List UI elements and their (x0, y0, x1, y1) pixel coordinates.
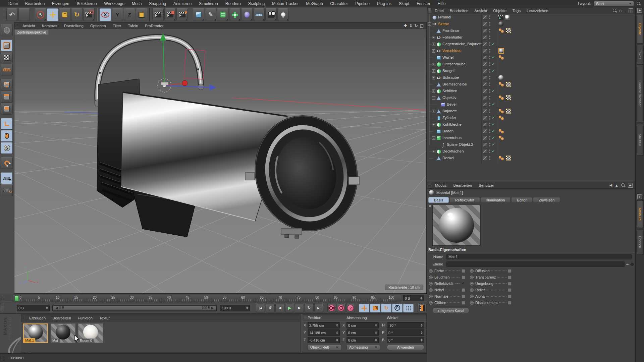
object-row-objektiv[interactable]: −Objektiv (427, 95, 635, 101)
layout-dropdown[interactable]: Start (594, 1, 634, 6)
enabled-check-icon[interactable]: ✓ (492, 68, 495, 73)
render-picture-viewer-button[interactable] (164, 8, 176, 21)
enabled-check-icon[interactable]: ✓ (492, 149, 495, 154)
channel-checkbox[interactable] (508, 295, 512, 298)
open-timeline-button[interactable] (418, 304, 427, 312)
next-key-button[interactable]: ↻ (305, 304, 314, 312)
lock-y-axis-button[interactable]: Y (112, 8, 123, 21)
balls-tag-icon[interactable] (498, 109, 504, 114)
toolbar-grip[interactable] (2, 9, 5, 20)
status-grip[interactable] (1, 355, 4, 361)
key-position-button[interactable] (359, 304, 369, 312)
key-parameter-button[interactable]: P (392, 304, 402, 312)
add-subdivision-button[interactable] (217, 8, 228, 21)
right-tab-struktur[interactable]: Struktur (636, 124, 644, 156)
channel-radio[interactable] (429, 301, 433, 305)
transport-grip[interactable] (1, 303, 4, 312)
stepper-icon[interactable] (375, 331, 377, 334)
name-field[interactable]: Mat.1 (446, 254, 632, 259)
redo-button[interactable] (18, 8, 30, 21)
add-channel-button[interactable]: + eigenen Kanal (432, 307, 469, 314)
om-menu-bearbeiten[interactable]: Bearbeiten (447, 9, 472, 13)
balls-tag-icon[interactable] (498, 115, 504, 120)
om-menu-objekte[interactable]: Objekte (490, 9, 509, 13)
visibility-dots[interactable] (489, 109, 491, 113)
expand-toggle[interactable]: + (432, 110, 435, 113)
menu-fenster[interactable]: Fenster (413, 0, 434, 7)
model-mode-button[interactable] (1, 40, 13, 51)
layer-color-box[interactable] (483, 82, 487, 86)
layer-stepper-icon[interactable]: ◂▸ (626, 262, 629, 266)
collapse-arrow-icon[interactable] (429, 205, 431, 207)
object-row-zylinder[interactable]: Zylinder✓ (427, 115, 635, 121)
menu-rendern[interactable]: Rendern (222, 0, 245, 7)
tab-reflektivität[interactable]: Reflektivität (449, 197, 480, 203)
layer-color-box[interactable] (483, 149, 487, 154)
history-back-icon[interactable]: ◀ (609, 183, 612, 187)
toggle-view-icon[interactable]: ◱ (420, 23, 424, 28)
make-editable-button[interactable] (1, 24, 13, 36)
value-field[interactable]: -90 ° (387, 322, 424, 328)
object-row-himmel[interactable]: Himmel (427, 14, 635, 21)
visibility-dots[interactable] (489, 156, 491, 160)
layer-field[interactable] (446, 261, 625, 267)
object-manager-grip[interactable] (428, 8, 431, 13)
channel-checkbox[interactable] (462, 276, 465, 279)
viewport-menu-grip[interactable] (15, 23, 18, 28)
live-selection-button[interactable] (35, 8, 46, 21)
layer-color-box[interactable] (483, 22, 487, 26)
expand-toggle[interactable]: + (432, 49, 435, 53)
value-field[interactable]: 0 cm (346, 337, 379, 343)
key-scale-button[interactable] (370, 304, 380, 312)
layer-color-box[interactable] (483, 136, 487, 140)
camera-label[interactable]: Zentralperspektive (14, 29, 49, 35)
visibility-dots[interactable] (489, 103, 491, 107)
visibility-dots[interactable] (489, 62, 491, 66)
workplane-mode-button[interactable] (1, 64, 13, 75)
viewport-menu-prorender[interactable]: ProRender (142, 24, 167, 28)
viewport-menu-tafeln[interactable]: Tafeln (124, 24, 142, 28)
next-frame-button[interactable]: ▶ (295, 304, 304, 312)
lock-x-axis-button[interactable]: X (100, 8, 111, 21)
menu-sculpting[interactable]: Sculpting (245, 0, 268, 7)
enabled-check-icon[interactable]: ✓ (492, 129, 495, 133)
object-row-verschluss[interactable]: +L0Verschluss (427, 48, 635, 54)
channel-radio[interactable] (429, 282, 433, 286)
layer-color-box[interactable] (483, 35, 487, 40)
checker-tag-icon[interactable] (506, 109, 511, 114)
tab-basis[interactable]: Basis (428, 197, 449, 203)
balls-tag-icon[interactable] (498, 129, 504, 134)
attribute-manager-grip[interactable] (428, 183, 431, 188)
visibility-dots[interactable] (489, 82, 491, 86)
layer-color-box[interactable] (483, 89, 487, 93)
layer-color-box[interactable] (483, 129, 487, 133)
checker-tag-icon[interactable] (506, 95, 511, 100)
stepper-icon[interactable] (421, 324, 423, 327)
checker-tag-icon[interactable] (506, 82, 511, 87)
menu-charakter[interactable]: Charakter (327, 0, 352, 7)
add-light-button[interactable] (277, 8, 289, 21)
workplane-lock-button[interactable] (1, 172, 13, 184)
render-settings-button[interactable]: ✱ (176, 8, 188, 21)
material-room-0[interactable]: Room 0 (78, 323, 103, 343)
home-icon[interactable]: ⌂ (619, 8, 622, 13)
right-tab-attribute[interactable]: Attribute (636, 200, 644, 228)
balls-tag-icon[interactable] (498, 156, 504, 161)
scale-tool-button[interactable] (59, 8, 70, 21)
menu-animieren[interactable]: Animieren (170, 0, 195, 7)
right-tab-takes[interactable]: Takes (636, 45, 644, 64)
am-menu-benutzer[interactable]: Benutzer (475, 183, 497, 187)
om-menu-tags[interactable]: Tags (509, 9, 524, 13)
value-field[interactable]: 0 cm (346, 322, 379, 328)
channel-radio[interactable] (429, 288, 433, 292)
object-row-schraube[interactable]: +L0Schraube (427, 74, 635, 81)
channel-radio[interactable] (470, 282, 474, 286)
am-menu-modus[interactable]: Modus (432, 183, 450, 187)
object-row-buegel[interactable]: +Buegel✓ (427, 68, 635, 74)
balls-tag-icon[interactable] (498, 28, 504, 33)
record-help-button[interactable]: ? (346, 304, 355, 312)
move-tool-button[interactable] (47, 8, 58, 21)
channel-radio[interactable] (429, 295, 433, 298)
object-row-bremsscheibe[interactable]: Bremsscheibe (427, 81, 635, 88)
stepper-icon[interactable] (375, 324, 377, 327)
